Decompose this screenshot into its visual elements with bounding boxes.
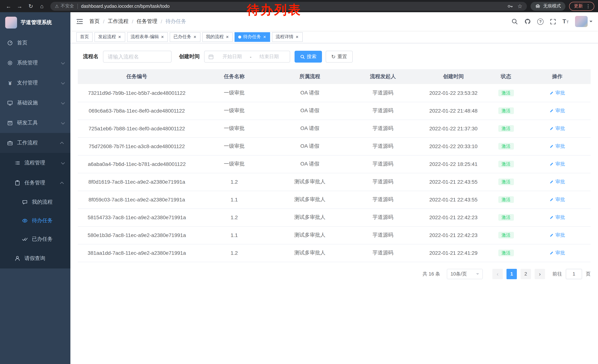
page-button-2[interactable]: 2: [521, 269, 531, 279]
tab-label: 待办任务: [243, 34, 261, 40]
approve-link[interactable]: 审批: [549, 143, 565, 150]
cell-created-time: 2022-01-21 22:42:23: [419, 209, 488, 226]
fullscreen-icon[interactable]: [550, 18, 556, 25]
page-button-1[interactable]: 1: [507, 269, 517, 279]
security-label: 不安全: [61, 3, 74, 9]
approve-link[interactable]: 审批: [549, 107, 565, 114]
sidebar-item-task-mgmt[interactable]: 任务管理: [0, 173, 70, 193]
close-icon[interactable]: ×: [118, 34, 121, 39]
approve-label: 审批: [555, 161, 565, 167]
process-name-input[interactable]: [103, 51, 172, 63]
sidebar-item-todo-tasks[interactable]: 待办任务: [0, 211, 70, 230]
cell-created-time: 2022-01-21 22:43:55: [419, 173, 488, 191]
cell-actions: 审批: [524, 191, 590, 209]
date-range-picker[interactable]: 开始日期 - 结束日期: [204, 51, 290, 63]
status-badge: 激活: [498, 107, 514, 114]
url-text: dashboard.yudao.iocoder.cn/bpm/task/todo: [81, 4, 170, 9]
sidebar-item-leave-query[interactable]: 请假查询: [0, 249, 70, 268]
approve-link[interactable]: 审批: [549, 125, 565, 132]
breadcrumb-workflow[interactable]: 工作流程: [108, 18, 129, 25]
status-badge: 激活: [498, 90, 514, 96]
sidebar-item-label: 基础设施: [17, 100, 38, 106]
cell-task-id: 069c6a63-7b8a-11ec-8ef0-acde48001122: [78, 102, 196, 120]
cell-initiator: 芋道源码: [347, 191, 419, 209]
breadcrumb-home[interactable]: 首页: [89, 18, 100, 25]
approve-link[interactable]: 审批: [549, 161, 565, 167]
close-icon[interactable]: ×: [161, 34, 164, 39]
cell-initiator: 芋道源码: [347, 173, 419, 191]
sidebar-item-my-process[interactable]: 我的流程: [0, 193, 70, 211]
close-icon[interactable]: ×: [295, 34, 299, 39]
search-button[interactable]: 搜索: [295, 51, 322, 63]
page-size-select[interactable]: 10条/页: [447, 269, 483, 279]
sidebar-item-workflow[interactable]: 工作流程: [0, 133, 70, 153]
cell-created-time: 2022-01-22 23:53:32: [419, 84, 488, 102]
edit-icon: [549, 162, 554, 166]
sidebar-item-done-tasks[interactable]: 已办任务: [0, 230, 70, 249]
approve-link[interactable]: 审批: [549, 214, 565, 221]
sidebar-toggle-icon[interactable]: [76, 18, 83, 25]
end-date-placeholder: 结束日期: [252, 53, 286, 60]
cell-process: OA 请假: [273, 138, 347, 155]
cell-created-time: 2022-01-21 22:41:29: [419, 244, 488, 262]
search-icon[interactable]: [511, 18, 518, 25]
approve-link[interactable]: 审批: [549, 196, 565, 203]
sidebar-item-home[interactable]: 首页: [0, 33, 70, 53]
approve-link[interactable]: 审批: [549, 90, 565, 96]
approve-label: 审批: [555, 90, 565, 96]
table-row: 725a1eb6-7b88-11ec-8ef0-acde48001122 一级审…: [78, 120, 590, 138]
cell-actions: 审批: [524, 102, 590, 120]
approve-link[interactable]: 审批: [549, 250, 565, 256]
approve-link[interactable]: 审批: [549, 178, 565, 185]
reset-button[interactable]: ↻ 重置: [326, 51, 353, 63]
close-icon[interactable]: ×: [263, 34, 266, 39]
home-icon[interactable]: ⌂: [37, 1, 47, 11]
bookmark-star-icon[interactable]: ☆: [517, 3, 523, 9]
cell-actions: 审批: [524, 244, 590, 262]
tab-done-tasks[interactable]: 已办任务 ×: [170, 32, 200, 42]
goto-page-input[interactable]: [566, 269, 582, 279]
approve-label: 审批: [555, 178, 565, 185]
close-icon[interactable]: ×: [193, 34, 197, 39]
approve-link[interactable]: 审批: [549, 232, 565, 238]
tab-todo-tasks[interactable]: 待办任务 ×: [235, 32, 270, 42]
cell-status: 激活: [488, 138, 524, 155]
table-row: 8f059c03-7ac8-11ec-a9e2-a2380e71991a 1.1…: [78, 191, 590, 209]
tab-start-process[interactable]: 发起流程 ×: [94, 32, 125, 42]
sidebar-item-payment[interactable]: ¥ 支付管理: [0, 73, 70, 93]
password-key-icon[interactable]: [507, 3, 513, 9]
reload-icon[interactable]: ↻: [26, 1, 36, 11]
help-icon[interactable]: ?: [537, 18, 544, 25]
browser-menu-icon[interactable]: ⋮: [586, 3, 590, 9]
tab-my-process[interactable]: 我的流程 ×: [202, 32, 233, 42]
back-icon[interactable]: ←: [4, 1, 13, 11]
cell-process: OA 请假: [273, 120, 347, 138]
sidebar-item-infra[interactable]: 基础设施: [0, 93, 70, 113]
tab-process-detail[interactable]: 流程详情 ×: [272, 32, 303, 42]
sidebar-item-system[interactable]: 系统管理: [0, 53, 70, 73]
close-icon[interactable]: ×: [226, 34, 229, 39]
page-content: 流程名 创建时间 开始日期 - 结束日期: [70, 43, 598, 364]
breadcrumb-task-mgmt[interactable]: 任务管理: [137, 18, 158, 25]
next-page-button[interactable]: ›: [535, 269, 545, 279]
edit-icon: [549, 126, 554, 131]
cell-process: 测试多审批人: [273, 173, 347, 191]
cell-actions: 审批: [524, 173, 590, 191]
tab-form-edit[interactable]: 流程表单-编辑 ×: [127, 32, 168, 42]
col-initiator: 流程发起人: [347, 69, 419, 84]
font-size-icon[interactable]: TT: [562, 18, 569, 24]
user-menu[interactable]: [575, 16, 592, 27]
github-icon[interactable]: [524, 18, 531, 25]
cell-process: 测试多审批人: [273, 226, 347, 244]
cell-created-time: 2022-01-22 21:48:48: [419, 102, 488, 120]
sidebar-item-process-mgmt[interactable]: 流程管理: [0, 153, 70, 173]
start-date-placeholder: 开始日期: [215, 53, 249, 60]
prev-page-button[interactable]: ‹: [492, 269, 503, 279]
forward-icon[interactable]: →: [15, 1, 25, 11]
cell-created-time: 2022-01-21 22:42:23: [419, 226, 488, 244]
sidebar-item-devtools[interactable]: 研发工具: [0, 113, 70, 133]
update-button[interactable]: 更新 ⋮: [569, 2, 594, 11]
approve-label: 审批: [555, 232, 565, 238]
tab-home[interactable]: 首页: [76, 32, 93, 42]
sidebar-item-label: 我的流程: [32, 199, 53, 205]
